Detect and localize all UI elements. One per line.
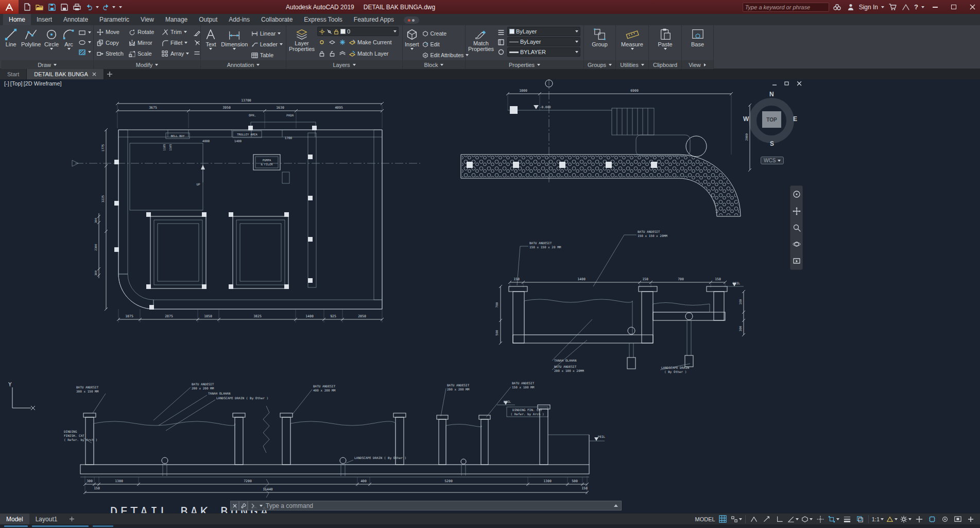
drawing-canvas[interactable]: [-] [Top] [2D Wireframe] N W E S TOP WCS (0, 79, 980, 513)
isometric-drafting-toggle[interactable] (800, 514, 814, 524)
file-tab-detail-bak-bunga[interactable]: DETAIL BAK BUNGA (27, 69, 104, 79)
annotation-visibility-toggle[interactable] (885, 514, 899, 524)
ellipse-tool-icon[interactable] (78, 38, 87, 46)
new-layout-icon[interactable] (63, 514, 80, 525)
polar-tracking-toggle[interactable] (786, 514, 800, 524)
search-input[interactable] (745, 4, 827, 10)
lineweight-toggle[interactable] (841, 514, 853, 524)
properties-palette-icon[interactable] (496, 38, 505, 46)
sign-in-button[interactable]: Sign In (859, 4, 878, 11)
object-snap-toggle[interactable] (827, 514, 840, 524)
dimension-tool[interactable]: Dimension (221, 27, 248, 60)
arc-dropdown-icon[interactable] (67, 48, 71, 50)
paste-dropdown-icon[interactable] (664, 48, 667, 50)
open-file-icon[interactable] (34, 2, 45, 12)
rotate-tool[interactable]: Rotate (128, 27, 160, 37)
layer-properties-tool[interactable]: Layer Properties (288, 27, 315, 60)
line-tool[interactable]: Line (3, 27, 19, 60)
array-dropdown-icon[interactable] (186, 53, 189, 55)
annotation-caret-icon[interactable] (895, 518, 898, 520)
trim-tool[interactable]: Trim (161, 27, 191, 37)
panel-label-view[interactable]: View (682, 60, 713, 69)
workspace-switching-control[interactable] (899, 514, 913, 524)
explode-tool-icon[interactable] (193, 38, 201, 46)
panel-label-modify[interactable]: Modify (94, 60, 200, 69)
zoom-icon[interactable] (791, 222, 802, 234)
group-tool[interactable]: Group (589, 27, 611, 60)
leader-dropdown-icon[interactable] (280, 43, 283, 45)
table-tool[interactable]: Table (250, 50, 284, 60)
viewcube-south[interactable]: S (770, 140, 774, 147)
save-as-icon[interactable] (59, 2, 70, 12)
ribbon-state-pill[interactable] (404, 16, 419, 24)
model-space-toggle[interactable]: MODEL (694, 514, 716, 524)
panel-label-properties[interactable]: Properties (466, 60, 583, 69)
object-snap-tracking-toggle[interactable] (814, 514, 827, 524)
viewcube[interactable]: N W E S TOP (746, 93, 797, 148)
command-history-icon[interactable] (614, 504, 618, 507)
create-block-tool[interactable]: Create (421, 28, 470, 38)
redo-dropdown-icon[interactable] (112, 6, 115, 8)
ribbon-tab-express-tools[interactable]: Express Tools (298, 14, 348, 25)
panel-label-clipboard[interactable]: Clipboard (649, 60, 681, 69)
ribbon-tab-output[interactable]: Output (193, 14, 223, 25)
lineweight-dropdown[interactable]: BYLAYER (507, 47, 580, 57)
annotation-scale-control[interactable]: 1:1 (871, 514, 885, 524)
trim-dropdown-icon[interactable] (184, 31, 187, 33)
viewcube-west[interactable]: W (743, 115, 749, 123)
panel-label-block[interactable]: Block (403, 60, 465, 69)
layer-freeze-icon[interactable] (338, 38, 347, 46)
autocad-logo[interactable] (0, 0, 19, 14)
clean-screen-toggle[interactable] (952, 514, 964, 524)
help-icon[interactable]: ? (914, 3, 918, 11)
polar-caret-icon[interactable] (796, 518, 799, 520)
dimension-dropdown-icon[interactable] (233, 48, 236, 50)
minimize-button[interactable] (927, 0, 943, 14)
hatch-dropdown-icon[interactable] (88, 51, 91, 53)
workspace-caret-icon[interactable] (908, 518, 912, 520)
command-close-icon[interactable] (230, 501, 239, 510)
help-dropdown-icon[interactable] (921, 6, 924, 8)
ribbon-tab-addins[interactable]: Add-ins (223, 14, 255, 25)
scale-tool[interactable]: Scale (128, 48, 160, 59)
new-drawing-tab-icon[interactable] (104, 69, 115, 79)
viewport-style-control[interactable]: [2D Wireframe] (24, 80, 62, 87)
dynamic-input-toggle[interactable] (761, 514, 773, 524)
snap-mode-toggle[interactable] (730, 514, 743, 524)
edit-block-tool[interactable]: Edit (421, 39, 470, 49)
command-input[interactable]: Type a command (248, 501, 622, 510)
mirror-tool[interactable]: Mirror (128, 38, 160, 48)
command-line[interactable]: Type a command (230, 501, 622, 510)
panel-label-annotation[interactable]: Annotation (201, 60, 286, 69)
panel-label-utilities[interactable]: Utilities (616, 60, 648, 69)
file-tab-start[interactable]: Start (0, 69, 27, 79)
viewport-menu-control[interactable]: [-] (4, 80, 9, 87)
properties-list-icon[interactable] (496, 28, 505, 37)
lineweight-caret[interactable] (575, 51, 578, 53)
autodesk-account-icon[interactable] (901, 2, 911, 12)
command-customize-icon[interactable] (239, 501, 248, 510)
erase-tool-icon[interactable] (193, 28, 201, 37)
linear-dropdown-icon[interactable] (278, 32, 281, 35)
orbit-icon[interactable] (791, 238, 802, 250)
measure-tool[interactable]: Measure (620, 27, 645, 60)
ribbon-tab-home[interactable]: Home (3, 14, 31, 25)
text-tool[interactable]: Text (203, 27, 219, 60)
signin-dropdown-icon[interactable] (881, 6, 884, 8)
ribbon-tab-manage[interactable]: Manage (160, 14, 193, 25)
model-tab[interactable]: Model (0, 514, 29, 525)
layer-dropdown[interactable]: 0 (317, 27, 399, 36)
layout1-tab[interactable]: Layout1 (29, 514, 64, 525)
annotation-monitor-toggle[interactable] (913, 514, 925, 524)
isolate-objects-toggle[interactable] (939, 514, 951, 524)
grid-display-toggle[interactable] (717, 514, 729, 524)
panel-label-layers[interactable]: Layers (286, 60, 402, 69)
search-binoculars-icon[interactable] (832, 2, 843, 12)
user-icon[interactable] (846, 2, 856, 12)
object-color-dropdown[interactable]: ByLayer (507, 27, 580, 36)
command-recent-caret[interactable] (260, 505, 263, 507)
plot-icon[interactable] (71, 2, 82, 12)
layer-lock-icon[interactable] (317, 49, 326, 58)
insert-dropdown-icon[interactable] (410, 48, 414, 50)
fillet-dropdown-icon[interactable] (184, 42, 187, 44)
